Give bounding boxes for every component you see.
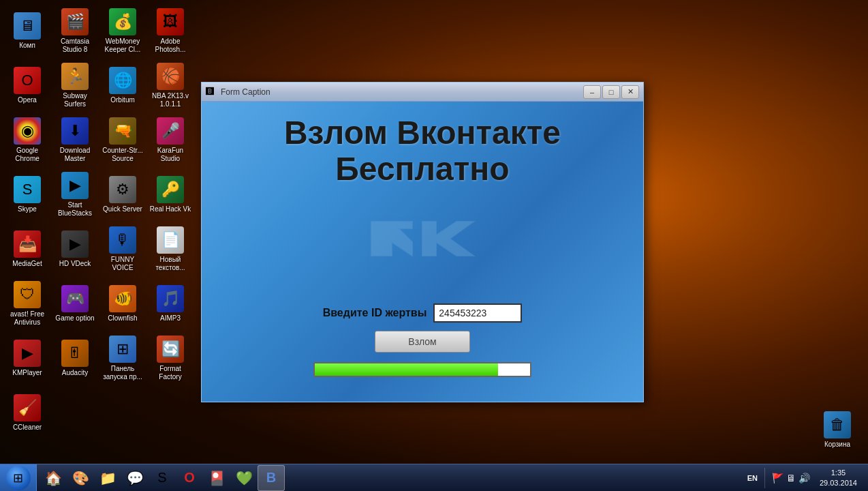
icon-label-webmoney: WebMoney Keeper Cl... bbox=[102, 38, 144, 54]
desktop: 🖥 Комп 🎬 Camtasia Studio 8 💰 WebMoney Ke… bbox=[0, 0, 868, 491]
icon-label-aimp3: AIMP3 bbox=[160, 314, 181, 323]
desktop-icon-gameoption[interactable]: 🎮 Game option bbox=[51, 276, 99, 331]
desktop-icon-mediaget[interactable]: 📥 MediaGet bbox=[3, 222, 51, 276]
icon-label-gameoption: Game option bbox=[55, 314, 94, 323]
icon-label-adobe: Adobe Photosh... bbox=[149, 38, 191, 54]
icon-img-panel: ⊞ bbox=[109, 336, 136, 363]
dialog-content: Взлом Вконтакте Бесплатно Вве bbox=[202, 102, 643, 402]
desktop-icon-subway[interactable]: 🏃 Subway Surfers bbox=[51, 58, 99, 113]
icon-label-panel: Панель запуска пр... bbox=[102, 365, 144, 381]
desktop-icon-kmplayer[interactable]: ▶ KMPlayer bbox=[3, 331, 51, 385]
taskbar-paint-icon[interactable]: 🎨 bbox=[67, 465, 94, 491]
desktop-icon-clownfish[interactable]: 🐠 Clownfish bbox=[99, 276, 146, 331]
taskbar-vk-icon[interactable]: B bbox=[258, 465, 285, 491]
icon-label-hdvdeck: HD VDeck bbox=[59, 260, 91, 268]
icon-img-aimp3: 🎵 bbox=[157, 285, 184, 312]
input-row: Введите ID жертвы bbox=[323, 303, 523, 323]
desktop-icon-camtasia[interactable]: 🎬 Camtasia Studio 8 bbox=[51, 3, 99, 58]
dialog-title-text: Form Caption bbox=[221, 87, 583, 97]
tray-network-icon: 🚩 bbox=[772, 473, 784, 483]
icon-label-skype: Skype bbox=[18, 205, 37, 213]
icon-label-funnyvoice: FUNNY VOICE bbox=[102, 256, 144, 272]
recycle-bin-label: Корзина bbox=[824, 441, 850, 449]
dialog-titlebar: 🅱 Form Caption – □ ✕ bbox=[202, 83, 643, 102]
icon-label-realhack: Real Hack Vk bbox=[150, 205, 191, 213]
id-input[interactable] bbox=[433, 303, 522, 323]
desktop-icon-funnyvoice[interactable]: 🎙 FUNNY VOICE bbox=[99, 222, 146, 276]
icon-img-dlmaster: ⬇ bbox=[61, 117, 89, 145]
icon-label-orbitum: Orbitum bbox=[110, 96, 135, 104]
desktop-icon-chrome[interactable]: ◉ Google Chrome bbox=[3, 113, 51, 167]
taskbar-folder-icon[interactable]: 📁 bbox=[94, 465, 121, 491]
icon-label-nba: NBA 2K13.v 1.0.1.1 bbox=[149, 92, 191, 108]
tray-volume-icon: 🔊 bbox=[799, 473, 810, 483]
taskbar: ⊞ 🏠 🎨 📁 💬 S O 🎴 💚 B EN 🚩 🖥 🔊 1:35 29.03.… bbox=[0, 464, 868, 491]
desktop-icon-avast[interactable]: 🛡 avast! Free Antivirus bbox=[3, 276, 51, 331]
desktop-icon-karafun[interactable]: 🎤 KaraFun Studio bbox=[146, 113, 194, 167]
hack-button[interactable]: Взлом bbox=[375, 331, 470, 353]
desktop-icon-quickserv[interactable]: ⚙ Quick Server bbox=[99, 167, 146, 222]
icon-img-bluestacks: ▶ bbox=[61, 172, 89, 199]
icon-label-camtasia: Camtasia Studio 8 bbox=[54, 38, 96, 54]
icon-img-ccleaner: 🧹 bbox=[14, 394, 41, 421]
taskbar-skype-icon[interactable]: S bbox=[149, 465, 176, 491]
icon-img-subway: 🏃 bbox=[61, 63, 89, 90]
desktop-icon-adobe[interactable]: 🖼 Adobe Photosh... bbox=[146, 3, 194, 58]
desktop-icon-aimp3[interactable]: 🎵 AIMP3 bbox=[146, 276, 194, 331]
desktop-icon-panel[interactable]: ⊞ Панель запуска пр... bbox=[99, 331, 146, 385]
icon-img-camtasia: 🎬 bbox=[61, 8, 89, 35]
taskbar-opera-icon[interactable]: O bbox=[176, 465, 203, 491]
icon-label-komp: Комп bbox=[19, 42, 35, 50]
desktop-icon-skype[interactable]: S Skype bbox=[3, 167, 51, 222]
taskbar-green-icon[interactable]: 💚 bbox=[230, 465, 258, 491]
icon-img-skype: S bbox=[14, 176, 41, 203]
desktop-icon-nba[interactable]: 🏀 NBA 2K13.v 1.0.1.1 bbox=[146, 58, 194, 113]
clock-date: 29.03.2014 bbox=[820, 478, 857, 488]
taskbar-im-icon[interactable]: 💬 bbox=[121, 465, 149, 491]
start-button[interactable]: ⊞ bbox=[0, 464, 37, 492]
desktop-icon-audacity[interactable]: 🎚 Audacity bbox=[51, 331, 99, 385]
language-indicator: EN bbox=[747, 474, 758, 482]
close-button[interactable]: ✕ bbox=[621, 85, 639, 99]
desktop-icon-newtext[interactable]: 📄 Новый текстов... bbox=[146, 222, 194, 276]
desktop-icon-bluestacks[interactable]: ▶ Start BlueStacks bbox=[51, 167, 99, 222]
system-tray: 🚩 🖥 🔊 bbox=[772, 473, 810, 483]
clock: 1:35 29.03.2014 bbox=[814, 468, 863, 488]
recycle-bin-icon[interactable]: 🗑 Корзина bbox=[813, 402, 861, 457]
icon-img-funnyvoice: 🎙 bbox=[109, 226, 136, 254]
desktop-icon-opera[interactable]: O Opera bbox=[3, 58, 51, 113]
icon-img-newtext: 📄 bbox=[157, 226, 184, 254]
icon-label-subway: Subway Surfers bbox=[54, 92, 96, 108]
maximize-button[interactable]: □ bbox=[602, 85, 620, 99]
icon-img-opera: O bbox=[14, 67, 41, 94]
icon-label-mediaget: MediaGet bbox=[12, 260, 42, 268]
recycle-bin-img: 🗑 bbox=[824, 411, 851, 438]
taskbar-right: EN 🚩 🖥 🔊 1:35 29.03.2014 bbox=[742, 464, 868, 491]
icon-label-cs: Counter-Str... Source bbox=[102, 147, 144, 163]
taskbar-explorer-icon[interactable]: 🏠 bbox=[40, 465, 67, 491]
desktop-icon-orbitum[interactable]: 🌐 Orbitum bbox=[99, 58, 146, 113]
desktop-icon-realhack[interactable]: 🔑 Real Hack Vk bbox=[146, 167, 194, 222]
icon-img-adobe: 🖼 bbox=[157, 8, 184, 35]
icon-img-clownfish: 🐠 bbox=[109, 285, 136, 312]
icon-label-chrome: Google Chrome bbox=[6, 147, 48, 163]
desktop-icon-ccleaner[interactable]: 🧹 CCleaner bbox=[3, 385, 51, 440]
progress-container bbox=[313, 362, 531, 377]
icon-label-avast: avast! Free Antivirus bbox=[6, 310, 48, 327]
icon-img-avast: 🛡 bbox=[14, 281, 41, 308]
desktop-icon-webmoney[interactable]: 💰 WebMoney Keeper Cl... bbox=[99, 3, 146, 58]
icon-img-chrome: ◉ bbox=[14, 117, 41, 145]
desktop-icon-cs[interactable]: 🔫 Counter-Str... Source bbox=[99, 113, 146, 167]
desktop-icon-hdvdeck[interactable]: ▶ HD VDeck bbox=[51, 222, 99, 276]
icon-label-clownfish: Clownfish bbox=[108, 314, 137, 323]
title-buttons: – □ ✕ bbox=[583, 85, 639, 99]
icon-label-karafun: KaraFun Studio bbox=[149, 147, 191, 163]
desktop-icon-dlmaster[interactable]: ⬇ Download Master bbox=[51, 113, 99, 167]
taskbar-items: 🏠 🎨 📁 💬 S O 🎴 💚 B bbox=[37, 464, 742, 491]
taskbar-game-icon[interactable]: 🎴 bbox=[203, 465, 230, 491]
clock-time: 1:35 bbox=[831, 468, 846, 477]
desktop-icon-komp[interactable]: 🖥 Комп bbox=[3, 3, 51, 58]
minimize-button[interactable]: – bbox=[583, 85, 601, 99]
icon-img-kmplayer: ▶ bbox=[14, 340, 41, 367]
desktop-icon-formatfact[interactable]: 🔄 Format Factory bbox=[146, 331, 194, 385]
